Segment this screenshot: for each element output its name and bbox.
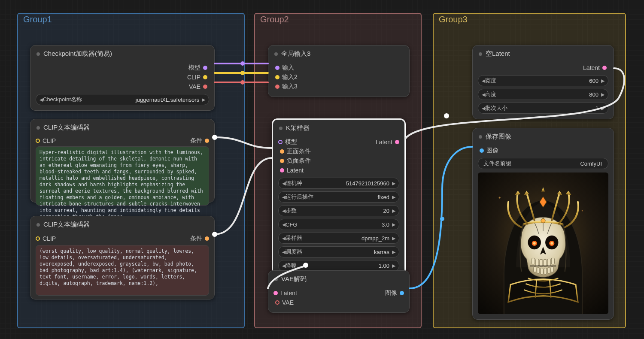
- widget-steps[interactable]: ◀步数20▶: [278, 205, 399, 216]
- svg-rect-17: [537, 268, 540, 273]
- output-image-port[interactable]: [400, 291, 404, 295]
- output-latent-label: Latent: [583, 64, 600, 71]
- widget-filename-label: 文件名前缀: [483, 160, 577, 167]
- node-checkpoint-title: Checkpoint加载器(简易): [30, 45, 214, 61]
- input-latent-label: Latent: [287, 167, 304, 174]
- port-dot-icon: [602, 66, 607, 70]
- port-dot-icon: [275, 75, 279, 79]
- input-model-port[interactable]: [278, 140, 283, 144]
- widget-control-after[interactable]: ◀运行后操作fixed▶: [278, 191, 399, 203]
- node-checkpoint-loader[interactable]: Checkpoint加载器(简易) 模型 CLIP VAE ◀ Checkpoi…: [30, 45, 215, 111]
- widget-batch[interactable]: ◀批次大小1▶: [478, 103, 608, 114]
- input-latent-label: Latent: [280, 290, 297, 297]
- port-dot-icon: [203, 75, 207, 79]
- port-dot-icon: [280, 168, 284, 173]
- output-cond-port[interactable]: [205, 236, 209, 241]
- svg-point-2: [582, 210, 583, 211]
- widget-checkpoint-name[interactable]: ◀ Checkpoint名称 juggernautXL.safetensors …: [36, 94, 209, 105]
- svg-rect-20: [547, 268, 550, 273]
- output-image-label: 图像: [385, 289, 397, 297]
- output-cond-label: 条件: [190, 137, 202, 145]
- input-negative-label: 负面条件: [287, 157, 311, 165]
- input-vae-label: VAE: [282, 299, 294, 306]
- widget-checkpoint-label: Checkpoint名称: [43, 96, 133, 103]
- node-global-title: 全局输入3: [268, 45, 409, 61]
- port-dot-icon: [280, 149, 284, 154]
- svg-rect-11: [536, 259, 539, 266]
- port-dot-icon: [275, 300, 279, 305]
- node-ksampler[interactable]: K采样器 模型 Latent 正面条件 负面条件 Latent ◀随机种5147…: [272, 119, 405, 277]
- svg-rect-14: [547, 259, 550, 266]
- widget-cfg[interactable]: ◀CFG3.0▶: [278, 219, 399, 230]
- node-vae-title: VAE解码: [268, 271, 409, 287]
- svg-rect-21: [551, 267, 553, 272]
- textarea-negative-prompt[interactable]: (worst quality, low quality, normal qual…: [36, 245, 209, 296]
- input-clip-port[interactable]: [36, 236, 40, 241]
- widget-denoise[interactable]: ◀降噪1.00▶: [278, 260, 399, 271]
- input-clip-label: CLIP: [43, 137, 56, 144]
- widget-scheduler[interactable]: ◀调度器karras▶: [278, 246, 399, 257]
- output-latent-port[interactable]: [395, 140, 399, 144]
- widget-height[interactable]: ◀高度800▶: [478, 89, 608, 100]
- group-3-title: Group3: [437, 13, 469, 26]
- node-clip-neg-title: CLIP文本编码器: [30, 216, 214, 232]
- widget-filename-prefix[interactable]: 文件名前缀 ComfyUI: [478, 158, 608, 169]
- output-vae[interactable]: VAE: [35, 82, 210, 91]
- input-latent[interactable]: Latent: [277, 166, 400, 175]
- node-global-inputs[interactable]: 全局输入3 输入 输入2 输入3: [268, 45, 410, 97]
- svg-point-7: [533, 242, 536, 245]
- output-latent-label: Latent: [376, 139, 392, 145]
- output-model-label: 模型: [188, 64, 200, 72]
- input-latent-port[interactable]: [273, 291, 278, 295]
- input-positive-label: 正面条件: [287, 148, 311, 155]
- svg-point-1: [499, 197, 501, 199]
- output-clip[interactable]: CLIP: [35, 73, 210, 82]
- output-cond-label: 条件: [190, 235, 202, 242]
- node-save-image[interactable]: 保存图像 图像 文件名前缀 ComfyUI: [472, 128, 614, 320]
- node-clip-positive[interactable]: CLIP文本编码器 CLIP 条件 Hyper-realistic digita…: [30, 119, 215, 203]
- svg-rect-10: [532, 258, 535, 264]
- chevron-left-icon: ◀: [39, 97, 43, 103]
- global-input-1-label: 输入: [282, 64, 294, 72]
- input-vae[interactable]: VAE: [273, 298, 405, 307]
- port-dot-icon: [480, 148, 484, 153]
- output-clip-label: CLIP: [187, 74, 200, 81]
- widget-sampler[interactable]: ◀采样器dpmpp_2m▶: [278, 233, 399, 244]
- textarea-positive-prompt[interactable]: Hyper-realistic digital illustration wit…: [36, 146, 209, 206]
- input-negative[interactable]: 负面条件: [277, 156, 400, 166]
- output-latent[interactable]: Latent: [477, 63, 609, 73]
- global-input-2[interactable]: 输入2: [273, 73, 405, 82]
- svg-rect-16: [534, 267, 536, 272]
- global-input-1[interactable]: 输入: [273, 63, 405, 73]
- input-positive[interactable]: 正面条件: [277, 147, 400, 156]
- port-dot-icon: [203, 66, 207, 70]
- port-dot-icon: [275, 66, 279, 70]
- input-model-label: 模型: [285, 138, 297, 146]
- global-input-3[interactable]: 输入3: [273, 82, 405, 91]
- widget-width[interactable]: ◀宽度600▶: [478, 75, 608, 86]
- node-save-image-title: 保存图像: [473, 128, 614, 144]
- node-empty-latent-title: 空Latent: [473, 45, 614, 61]
- output-model[interactable]: 模型: [35, 63, 210, 73]
- chevron-right-icon: ▶: [202, 97, 205, 103]
- node-clip-negative[interactable]: CLIP文本编码器 CLIP 条件 (worst quality, low qu…: [30, 216, 215, 300]
- output-vae-label: VAE: [189, 83, 200, 90]
- svg-rect-15: [551, 258, 554, 264]
- input-clip-label: CLIP: [43, 235, 56, 242]
- input-image[interactable]: 图像: [477, 146, 609, 155]
- group-2-title: Group2: [258, 13, 291, 26]
- port-dot-icon: [203, 85, 207, 89]
- global-input-3-label: 输入3: [282, 83, 298, 91]
- node-empty-latent[interactable]: 空Latent Latent ◀宽度600▶ ◀高度800▶ ◀批次大小1▶: [472, 45, 614, 119]
- port-dot-icon: [280, 159, 284, 163]
- widget-seed[interactable]: ◀随机种51479210125960▶: [278, 178, 399, 189]
- input-clip-port[interactable]: [36, 139, 40, 143]
- node-vae-decode[interactable]: VAE解码 Latent 图像 VAE: [268, 270, 410, 313]
- output-cond-port[interactable]: [205, 139, 209, 143]
- output-image-preview: [478, 173, 608, 314]
- group-1-title: Group1: [21, 13, 54, 26]
- svg-rect-19: [544, 268, 547, 274]
- widget-checkpoint-value: juggernautXL.safetensors: [136, 97, 199, 103]
- widget-filename-value: ComfyUI: [580, 160, 602, 167]
- svg-rect-18: [541, 268, 543, 274]
